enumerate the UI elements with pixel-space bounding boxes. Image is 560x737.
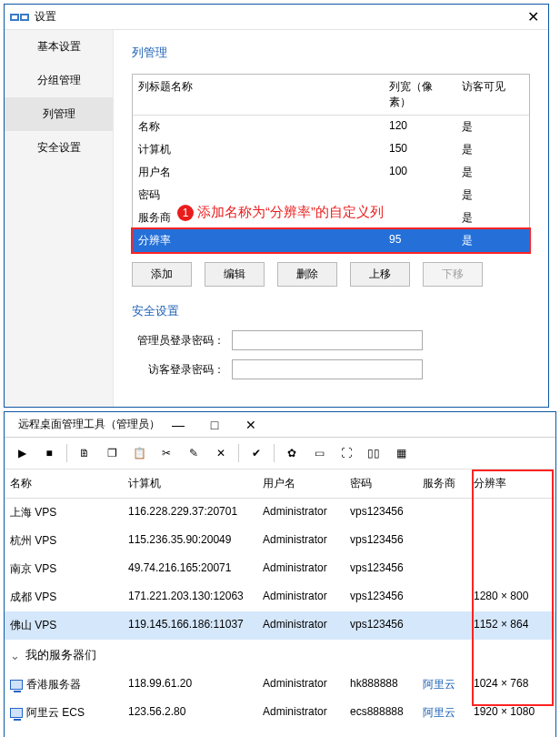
hdr-vendor[interactable]: 服务商 <box>417 469 468 498</box>
cut-icon[interactable]: ✂ <box>155 441 178 465</box>
server-grid: 名称 计算机 用户名 密码 服务商 分辨率 上海 VPS116.228.229.… <box>5 469 555 727</box>
col-header-width: 列宽（像素） <box>384 75 456 115</box>
settings-title: 设置 <box>35 9 56 25</box>
callout-badge-1: 1 <box>177 205 194 221</box>
maximize-icon[interactable]: □ <box>196 418 233 432</box>
guest-pw-label: 访客登录密码： <box>132 362 232 378</box>
copy-icon[interactable]: ❐ <box>100 441 124 465</box>
edit-button[interactable]: 编辑 <box>205 262 265 287</box>
hdr-host[interactable]: 计算机 <box>123 469 257 498</box>
close-icon[interactable]: ✕ <box>524 8 543 25</box>
paste-icon[interactable]: 📋 <box>127 441 151 465</box>
col-header-visible: 访客可见 <box>456 75 529 115</box>
hdr-name[interactable]: 名称 <box>5 469 123 498</box>
server-row[interactable]: 香港服务器118.99.61.20Administratorhk888888阿里… <box>5 671 555 699</box>
move-down-button: 下移 <box>423 262 483 287</box>
group-row[interactable]: ⌄ 我的服务器们 <box>5 640 555 671</box>
server-row[interactable]: 上海 VPS116.228.229.37:20701Administratorv… <box>5 499 555 527</box>
move-up-button[interactable]: 上移 <box>350 262 410 287</box>
stop-icon[interactable]: ■ <box>37 441 61 465</box>
server-row[interactable]: 杭州 VPS115.236.35.90:20049Administratorvp… <box>5 527 555 555</box>
nav-security[interactable]: 安全设置 <box>5 131 113 165</box>
app-icon <box>10 14 29 21</box>
monitor-icon <box>10 680 23 690</box>
new-icon[interactable]: 🗎 <box>73 441 96 465</box>
callout-1-text: 添加名称为“分辨率”的自定义列 <box>197 204 384 221</box>
admin-pw-input[interactable] <box>232 330 423 350</box>
manager-title-bar: 远程桌面管理工具（管理员） — □ ✕ <box>5 412 555 438</box>
server-row[interactable]: 成都 VPS171.221.203.130:12063Administrator… <box>5 583 555 611</box>
hdr-res[interactable]: 分辨率 <box>468 469 555 498</box>
chevron-down-icon: ⌄ <box>10 649 20 662</box>
server-row[interactable]: 佛山 VPS119.145.166.186:11037Administrator… <box>5 611 555 640</box>
group-label: 我的服务器们 <box>25 647 96 663</box>
minimize-icon[interactable]: — <box>160 418 196 432</box>
column-row[interactable]: 名称120是 <box>133 116 529 138</box>
edit-icon[interactable]: ✎ <box>182 441 205 465</box>
guest-pw-input[interactable] <box>232 359 423 379</box>
hdr-user[interactable]: 用户名 <box>257 469 345 498</box>
col-header-name: 列标题名称 <box>133 75 384 115</box>
settings-gear-icon[interactable]: ✿ <box>280 441 304 465</box>
toolbar: ▶ ■ 🗎 ❐ 📋 ✂ ✎ ✕ ✔ ✿ ▭ ⛶ ▯▯ ▦ <box>5 438 555 469</box>
section-title-security: 安全设置 <box>132 303 530 319</box>
check-icon[interactable]: ✔ <box>245 441 268 465</box>
add-button[interactable]: 添加 <box>132 262 192 287</box>
button-row: 添加 编辑 删除 上移 下移 <box>132 262 530 287</box>
close-icon[interactable]: ✕ <box>233 418 269 432</box>
hdr-pw[interactable]: 密码 <box>345 469 417 498</box>
manager-title: 远程桌面管理工具（管理员） <box>18 417 160 432</box>
grid-header: 名称 计算机 用户名 密码 服务商 分辨率 <box>5 469 555 499</box>
column-row[interactable]: 计算机150是 <box>133 138 529 161</box>
settings-nav: 基本设置 分组管理 列管理 安全设置 <box>5 30 114 407</box>
title-bar: 设置 ✕ <box>5 5 548 29</box>
columns-table: 列标题名称 列宽（像素） 访客可见 名称120是计算机150是用户名100是密码… <box>132 74 530 253</box>
columns-header: 列标题名称 列宽（像素） 访客可见 <box>133 75 529 116</box>
fullscreen-icon[interactable]: ⛶ <box>335 441 358 465</box>
server-row[interactable]: 南京 VPS49.74.216.165:20071Administratorvp… <box>5 555 555 583</box>
layout-icon[interactable]: ▭ <box>307 441 331 465</box>
section-title-columns: 列管理 <box>132 45 530 61</box>
delete-button[interactable]: 删除 <box>277 262 337 287</box>
nav-columns[interactable]: 列管理 <box>5 97 113 131</box>
server-row[interactable]: 阿里云 ECS123.56.2.80Administratorecs888888… <box>5 699 555 727</box>
grid-icon[interactable]: ▦ <box>389 441 413 465</box>
nav-group[interactable]: 分组管理 <box>5 64 113 97</box>
nav-basic[interactable]: 基本设置 <box>5 30 113 64</box>
admin-pw-label: 管理员登录密码： <box>132 333 232 348</box>
delete-icon[interactable]: ✕ <box>209 441 233 465</box>
manager-window: 远程桌面管理工具（管理员） — □ ✕ ▶ ■ 🗎 ❐ 📋 ✂ ✎ ✕ ✔ ✿ … <box>4 411 556 737</box>
column-row[interactable]: 用户名100是 <box>133 161 529 184</box>
callout-2: 2编辑项，输入分辨率，远程将以此分辨率连接 未设定的项将以默认设置分辨率连接 <box>5 727 555 737</box>
monitor-icon <box>10 708 23 718</box>
settings-window: 设置 ✕ 基本设置 分组管理 列管理 安全设置 列管理 列标题名称 列宽（像素）… <box>4 4 549 408</box>
column-row[interactable]: 分辨率95是 <box>133 229 529 252</box>
settings-content: 列管理 列标题名称 列宽（像素） 访客可见 名称120是计算机150是用户名10… <box>114 30 548 407</box>
play-icon[interactable]: ▶ <box>10 441 34 465</box>
tile-icon[interactable]: ▯▯ <box>362 441 385 465</box>
